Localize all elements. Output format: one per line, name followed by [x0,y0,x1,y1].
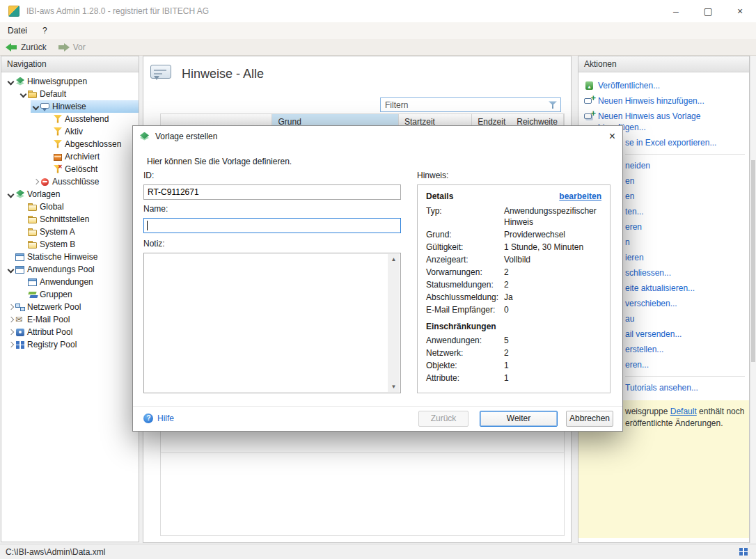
action-label: ail versenden... [625,329,682,340]
tree-item-label: Gelöscht [63,164,100,174]
tree-item-label: Hinweise [51,102,89,111]
tree-chevron-icon[interactable] [31,178,40,187]
action-label: en [625,175,634,187]
toolbar: Zurück Vor [0,39,756,56]
tree-item[interactable]: Attribut Pool [1,326,139,338]
next-button[interactable]: Weiter [480,411,558,427]
detail-label: Statusmeldungen: [426,279,504,290]
action-link[interactable]: Veröffentlichen... [584,78,745,93]
id-field[interactable] [143,184,401,200]
page-title: Hinweise - Alle [182,67,264,81]
content-header: Hinweise - Alle [150,65,264,84]
tree-item-icon [15,265,26,274]
tree-item[interactable]: System B [1,238,139,251]
tree-chevron-icon[interactable] [31,102,40,111]
minimize-button[interactable]: – [660,0,692,22]
tree-chevron-icon[interactable] [6,315,15,324]
close-button[interactable]: × [724,0,756,22]
scrollbar-thumb[interactable] [751,160,755,362]
tree-item[interactable]: Hinweise [1,100,139,113]
name-field[interactable] [143,218,401,233]
detail-label: Anzeigeart: [426,254,504,265]
menu-file[interactable]: Datei [0,22,35,39]
tree-item[interactable]: Hinweisgruppen [1,75,139,88]
note-textarea[interactable] [143,253,401,393]
vertical-scrollbar[interactable] [750,56,756,543]
window-title: IBI-aws Admin 1.28.0 - registriert für I… [26,6,209,16]
detail-label: Typ: [426,205,504,228]
tree-chevron-icon[interactable] [18,240,28,249]
textarea-scrollbar[interactable] [388,254,400,392]
tree-chevron-icon[interactable] [6,77,15,86]
tree-chevron-icon[interactable] [6,303,15,312]
tree-chevron-icon[interactable] [6,328,15,337]
tree-item[interactable]: Vorlagen [1,188,139,200]
tree-item[interactable]: Registry Pool [1,338,139,351]
default-group-link[interactable]: Default [670,407,697,416]
tree-item[interactable]: Ausschlüsse [1,175,139,188]
tree-item-label: Archiviert [63,152,102,162]
tree-item[interactable]: Archiviert [1,150,139,163]
navigation-tree: Hinweisgruppen Default Hinweise Ausstehe… [1,72,139,351]
help-link[interactable]: Hilfe [143,414,174,423]
tree-item-label: Vorlagen [26,189,63,199]
menu-help[interactable]: ? [35,22,55,39]
tree-item[interactable]: Ausstehend [1,113,139,125]
dialog-close-icon[interactable]: × [592,126,615,147]
tree-chevron-icon[interactable] [43,165,53,174]
action-label: n [625,237,630,248]
tree-item[interactable]: Anwendungs Pool [1,263,139,276]
tree-chevron-icon[interactable] [6,190,15,199]
restriction-row: Anwendungen: 5 [426,334,601,347]
tree-chevron-icon[interactable] [18,215,28,224]
tree-item[interactable]: Gelöscht [1,163,139,175]
filter-input[interactable] [381,100,549,110]
tree-chevron-icon[interactable] [18,290,28,299]
filter-box [380,97,561,112]
tree-chevron-icon[interactable] [18,90,28,99]
tree-item[interactable]: Gruppen [1,288,139,301]
tree-chevron-icon[interactable] [6,253,15,262]
tree-item-icon [53,152,63,162]
tree-item[interactable]: E-Mail Pool [1,313,139,326]
tree-item-icon [28,203,38,212]
tree-chevron-icon[interactable] [43,152,53,162]
tree-chevron-icon[interactable] [43,115,53,124]
action-link[interactable]: Neuen Hinweis hinzufügen... [584,93,745,109]
forward-button[interactable]: Vor [58,42,86,52]
filter-funnel-icon[interactable] [549,101,557,109]
help-icon [143,414,153,423]
tree-chevron-icon[interactable] [18,203,28,212]
cancel-button[interactable]: Abbrechen [566,411,613,427]
edit-link[interactable]: bearbeiten [559,191,601,201]
tree-item[interactable]: Global [1,200,139,213]
tree-chevron-icon[interactable] [18,228,28,237]
action-link[interactable] [625,154,745,155]
tree-item[interactable]: Abgeschlossen [1,138,139,150]
tree-item[interactable]: Anwendungen [1,276,139,288]
action-link[interactable] [625,376,745,377]
note-line-1: weisgruppe Default enthält noch [625,406,748,418]
detail-row: Gültigkeit: 1 Stunde, 30 Minuten [426,241,601,253]
tree-chevron-icon[interactable] [43,140,53,149]
back-button[interactable]: Zurück [6,42,47,52]
tree-item-label: Ausschlüsse [51,177,102,187]
tree-item-icon [28,215,38,224]
restriction-value: 2 [504,347,601,359]
menu-bar: Datei ? [0,22,756,39]
maximize-button[interactable]: ▢ [692,0,724,22]
tree-item[interactable]: Schnittstellen [1,213,139,226]
tree-item[interactable]: Default [1,88,139,100]
tree-chevron-icon[interactable] [6,340,15,349]
back-arrow-icon [6,43,17,52]
tree-item[interactable]: Statische Hinweise [1,251,139,263]
tree-chevron-icon[interactable] [6,265,15,274]
tree-item[interactable]: Aktiv [1,125,139,138]
tree-chevron-icon[interactable] [18,278,28,287]
tree-item[interactable]: System A [1,226,139,238]
restriction-label: Netzwerk: [426,347,504,359]
tree-chevron-icon[interactable] [43,127,53,136]
tree-item[interactable]: Netzwerk Pool [1,301,139,313]
detail-row: Statusmeldungen: 2 [426,278,601,291]
detail-label: E-Mail Empfänger: [426,304,504,315]
